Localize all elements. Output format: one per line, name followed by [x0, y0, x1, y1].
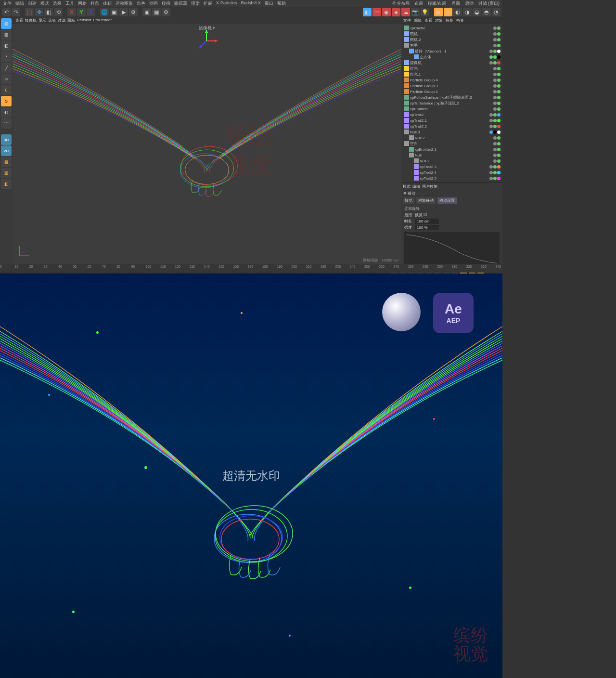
vp-tab-panel[interactable]: 面板	[67, 18, 75, 24]
point-mode-icon[interactable]: ⋮	[1, 52, 12, 62]
tree-item[interactable]: xpTrail2.2	[402, 123, 501, 129]
om-tab-edit[interactable]: 编辑	[414, 18, 422, 24]
tree-item[interactable]: 靶机	[402, 31, 501, 37]
menu-character[interactable]: 角色	[137, 0, 145, 6]
render-opts-icon[interactable]: ⚙	[162, 8, 170, 16]
menu-volume[interactable]: 体积	[103, 0, 112, 6]
tree-item[interactable]: Null	[402, 152, 501, 158]
menu-mograph[interactable]: 运动图形	[116, 0, 133, 6]
menu-animate[interactable]: 动画	[149, 0, 158, 6]
menu-xparticles[interactable]: X-Particles	[216, 0, 237, 6]
xp5-icon[interactable]: ◒	[473, 8, 481, 16]
generator-icon[interactable]: ◉	[382, 8, 391, 16]
attr-user-tab[interactable]: 用户数据	[422, 184, 437, 189]
y-axis-icon[interactable]: Y	[77, 8, 86, 16]
env-icon[interactable]: ☁	[401, 8, 410, 16]
tree-item[interactable]: xpEmitter2.1	[402, 146, 501, 152]
attr-edit-tab[interactable]: 编辑	[412, 184, 420, 189]
tree-item[interactable]: Null.2	[402, 135, 501, 141]
vp-tab-view[interactable]: 查看	[15, 18, 23, 24]
menu-simulate[interactable]: 模拟	[162, 0, 170, 6]
menu-layout[interactable]: 作业布局	[392, 0, 410, 6]
spline-icon[interactable]: 〰	[372, 8, 381, 16]
tree-item[interactable]: Null.3	[402, 129, 501, 135]
render-region-icon[interactable]: ▣	[110, 8, 118, 16]
uv-icon[interactable]: ▦	[1, 156, 12, 167]
tree-item[interactable]: xpFollowSurface | xp粒子跟随表面.3	[402, 94, 501, 100]
menu-layout2[interactable]: 布局	[414, 0, 423, 6]
tree-item[interactable]: Null.2	[402, 158, 501, 164]
scale-icon[interactable]: ◧	[44, 8, 53, 16]
redo-icon[interactable]: ↷	[12, 8, 20, 16]
z-axis-icon[interactable]: Z	[87, 8, 95, 16]
render2-icon[interactable]: ▣	[142, 8, 151, 16]
attr-enable-check[interactable]: 预览 ☑	[415, 212, 427, 218]
falloff-curve[interactable]	[404, 232, 500, 266]
attr-mode-tab[interactable]: 模式	[403, 184, 411, 189]
cube-icon[interactable]: ◧	[363, 8, 372, 16]
object-tree[interactable]: xpCache靶机靶机.2右手破碎（Voronoi）.1立方体摄像机灯光灯光.1…	[401, 24, 502, 182]
menu-edit[interactable]: 编辑	[15, 0, 24, 6]
om-tab-view[interactable]: 查看	[424, 18, 432, 24]
menu-tracker[interactable]: 跟踪器	[174, 0, 187, 6]
attr-tab-settings[interactable]: 移动设置	[437, 197, 457, 204]
render-settings-icon[interactable]: ⚙	[129, 8, 138, 16]
menu-file[interactable]: 文件	[3, 0, 12, 6]
tree-item[interactable]: Particle Group 2	[402, 89, 501, 94]
axis-mode-icon[interactable]: L	[1, 85, 12, 95]
tree-item[interactable]: 空白	[402, 141, 501, 146]
menu-mesh[interactable]: 网格	[78, 0, 87, 6]
undo-icon[interactable]: ↶	[2, 8, 11, 16]
world-icon[interactable]: 🌐	[100, 8, 109, 16]
xp6-icon[interactable]: ◓	[482, 8, 491, 16]
menu-interface[interactable]: 界面	[451, 0, 460, 6]
vp-tab-options[interactable]: 选项	[48, 18, 56, 24]
move-icon[interactable]: ✥	[35, 8, 43, 16]
model-mode-icon[interactable]: ▦	[1, 18, 12, 29]
xp3-icon[interactable]: ◐	[453, 8, 462, 16]
tree-item[interactable]: 靶机.2	[402, 37, 501, 42]
om-tab-bookmark[interactable]: 书签	[456, 18, 464, 24]
tree-item[interactable]: Particle Group 4	[402, 77, 501, 83]
tree-item[interactable]: 右手	[402, 42, 501, 48]
tree-item[interactable]: xpTrail2	[402, 112, 501, 117]
camera-icon[interactable]: 📷	[411, 8, 420, 16]
deformer-icon[interactable]: ◈	[392, 8, 400, 16]
render-icon[interactable]: ▶	[119, 8, 128, 16]
select-icon[interactable]: ⬚	[25, 8, 34, 16]
render-pv-icon[interactable]: ▦	[152, 8, 161, 16]
menu-render[interactable]: 渲染	[191, 0, 200, 6]
viewport[interactable]: 摄像机 ▾	[13, 24, 401, 264]
vp-tab-filter[interactable]: 过滤	[58, 18, 65, 24]
om-tab-obj[interactable]: 对象	[435, 18, 443, 24]
vp-tab-camera[interactable]: 摄像机	[25, 18, 37, 24]
tree-item[interactable]: 灯光	[402, 65, 501, 71]
rotate-icon[interactable]: ⟲	[54, 8, 63, 16]
poly-mode-icon[interactable]: ▱	[1, 74, 12, 84]
vp-tab-redshift[interactable]: Redshift	[77, 18, 91, 24]
time-ruler[interactable]: 0102030405060708090100110120130140150160…	[0, 264, 502, 272]
menu-window[interactable]: 窗口	[265, 0, 273, 6]
attr-tab-move[interactable]: 对象移动	[416, 197, 436, 204]
tree-item[interactable]: xpTrail2.4	[402, 170, 501, 175]
menu-extensions[interactable]: 扩展	[204, 0, 212, 6]
xp7-icon[interactable]: ◔	[492, 8, 500, 16]
uv2-icon[interactable]: ▨	[1, 168, 12, 178]
menu-startup[interactable]: 启动	[465, 0, 474, 6]
menu-create[interactable]: 创建	[28, 0, 37, 6]
tree-item[interactable]: 灯光.1	[402, 71, 501, 77]
texture-mode-icon[interactable]: ▨	[1, 29, 12, 40]
attr-strength-field[interactable]: 100 %	[415, 225, 439, 230]
snap-icon[interactable]: S	[1, 96, 12, 106]
menu-select[interactable]: 选择	[53, 0, 62, 6]
om-tab-tag[interactable]: 标签	[446, 18, 453, 24]
uv3-icon[interactable]: ◧	[1, 179, 12, 189]
light-icon[interactable]: 💡	[421, 8, 429, 16]
menu-template[interactable]: 模板/布局	[428, 0, 447, 6]
2d-view-icon[interactable]: 2D	[1, 145, 12, 156]
tree-item[interactable]: xpTrail2.5	[402, 175, 501, 181]
tree-item[interactable]: 摄像机	[402, 60, 501, 65]
menu-filter[interactable]: 过滤 (窗口)	[478, 0, 500, 6]
xp-icon[interactable]: ◉	[434, 8, 443, 16]
tree-item[interactable]: Particle Group 3	[402, 83, 501, 89]
